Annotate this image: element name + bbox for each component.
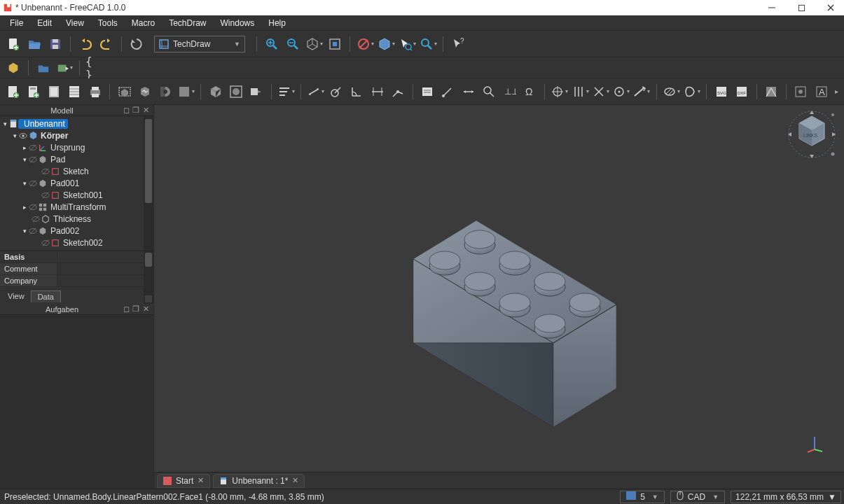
make-link-button[interactable] [4, 59, 22, 77]
redraw-page-button[interactable] [46, 83, 63, 101]
centerline-button[interactable]: ▾ [571, 83, 588, 101]
export-dxf-button[interactable]: DXF [733, 83, 750, 101]
props-row-company[interactable]: Company [0, 275, 153, 287]
hole-callout-button[interactable] [792, 83, 810, 101]
eye-off-icon[interactable] [41, 238, 50, 248]
panel-close-button[interactable]: ✕ [141, 106, 151, 115]
props-tab-data[interactable]: Data [31, 290, 61, 302]
tree-item-pad001[interactable]: ▾ Pad001 [0, 177, 153, 189]
tree-item-sketch001[interactable]: Sketch001 [0, 189, 153, 201]
new-file-button[interactable] [4, 35, 22, 53]
tree-doc-node[interactable]: ▾ Unbenannt [0, 118, 153, 130]
tree-scrollbar[interactable] [144, 116, 153, 251]
dim-link-button[interactable] [459, 83, 477, 101]
annotation-button[interactable] [419, 83, 436, 101]
geom-hatch-button[interactable]: ▾ [683, 83, 700, 101]
refresh-button[interactable] [127, 35, 146, 53]
tree-item-thickness[interactable]: Thickness [0, 213, 153, 225]
menu-macro[interactable]: Macro [125, 17, 162, 29]
cosmetic-vertex-button[interactable]: ▾ [551, 83, 568, 101]
doc-tab-start[interactable]: Start ✕ [157, 474, 210, 488]
menu-view[interactable]: View [59, 17, 91, 29]
hatch-button[interactable]: ▾ [662, 83, 679, 101]
cosmetic-line-button[interactable]: ▾ [592, 83, 609, 101]
maximize-button[interactable] [796, 3, 806, 13]
fit-view-button[interactable] [326, 35, 344, 53]
tree-item-sketch002[interactable]: Sketch002 [0, 237, 153, 248]
tree-body-node[interactable]: ▾ Körper [0, 130, 153, 141]
eye-off-icon[interactable] [28, 178, 38, 188]
surface-finish-button[interactable] [762, 83, 780, 101]
length-dim-button[interactable]: ▾ [307, 83, 324, 101]
menu-file[interactable]: File [3, 17, 30, 29]
eye-off-icon[interactable] [28, 155, 38, 164]
eye-icon[interactable] [18, 131, 28, 141]
export-page-button[interactable] [66, 83, 83, 101]
weld-symbol-button[interactable]: A [812, 83, 830, 101]
bounding-box-button[interactable]: ▾ [377, 35, 395, 53]
whats-this-button[interactable]: ? [449, 35, 467, 53]
tree-item-pad002[interactable]: ▾ Pad002 [0, 225, 153, 237]
panel-float-button[interactable]: ◻ [121, 106, 131, 115]
nav-style-select[interactable]: CAD ▼ [670, 491, 725, 503]
minimize-button[interactable] [767, 3, 777, 13]
close-button[interactable] [826, 3, 836, 13]
tree-item-pad[interactable]: ▾ Pad [0, 153, 153, 165]
detail-view-button[interactable]: ▾ [177, 83, 195, 101]
move-view-button[interactable] [248, 83, 265, 101]
extent-dim-button[interactable] [368, 83, 386, 101]
menu-help[interactable]: Help [261, 17, 293, 29]
props-scrollbar[interactable] [144, 251, 153, 304]
tree-item-sketch[interactable]: Sketch [0, 165, 153, 177]
leader-line-button[interactable] [439, 83, 457, 101]
doc-tab-unbenannt[interactable]: Unbenannt : 1* ✕ [213, 474, 305, 488]
view-iso-button[interactable]: ▾ [305, 35, 323, 53]
axo-dim-button[interactable] [389, 83, 406, 101]
new-page-button[interactable] [4, 83, 22, 101]
decorate-line-button[interactable]: ▾ [632, 83, 650, 101]
insert-view-button[interactable] [116, 83, 133, 101]
zoom-out-button[interactable] [284, 35, 302, 53]
tree-item-ursprung[interactable]: ▸ Ursprung [0, 141, 153, 153]
cosmetic-circle-button[interactable]: ▾ [612, 83, 630, 101]
landmark-dim-button[interactable]: ⊥⊥ [501, 83, 518, 101]
eye-off-icon[interactable] [31, 214, 41, 224]
eye-off-icon[interactable] [41, 167, 50, 176]
save-button[interactable] [46, 35, 64, 53]
render-mode-select[interactable]: 5 ▼ [620, 491, 665, 503]
menu-windows[interactable]: Windows [214, 17, 262, 29]
panel-undock-button[interactable]: ❐ [131, 304, 141, 314]
panel-float-button[interactable]: ◻ [121, 304, 131, 314]
measure-button[interactable]: ▾ [419, 35, 437, 53]
print-button[interactable] [86, 83, 104, 101]
eye-off-icon[interactable] [41, 190, 50, 200]
3d-viewport[interactable]: LINKS Start ✕ [154, 105, 844, 489]
page-template-button[interactable] [25, 83, 42, 101]
draw-style-button[interactable]: ▾ [356, 35, 374, 53]
link-group-button[interactable]: ▾ [55, 59, 74, 77]
eye-off-icon[interactable] [28, 226, 38, 236]
broken-view-button[interactable] [137, 83, 154, 101]
export-svg-button[interactable]: SVG [712, 83, 730, 101]
eye-off-icon[interactable] [28, 202, 38, 212]
stack-top-button[interactable]: ▾ [277, 83, 295, 101]
zoom-in-button[interactable] [263, 35, 281, 53]
close-icon[interactable]: ✕ [198, 476, 204, 485]
props-tab-view[interactable]: View [1, 290, 31, 302]
angle-dim-button[interactable] [348, 83, 366, 101]
toolbar-overflow-button[interactable]: ▸ [833, 83, 840, 101]
menu-techdraw[interactable]: TechDraw [162, 17, 213, 29]
eye-off-icon[interactable] [28, 143, 38, 153]
radius-dim-button[interactable] [328, 83, 345, 101]
redo-button[interactable] [97, 35, 116, 53]
panel-undock-button[interactable]: ❐ [131, 106, 141, 115]
balloon-button[interactable] [480, 83, 497, 101]
close-icon[interactable]: ✕ [292, 476, 298, 485]
menu-tools[interactable]: Tools [91, 17, 125, 29]
braces-button[interactable]: { } [85, 59, 104, 77]
select-mode-button[interactable]: ▾ [398, 35, 416, 53]
model-tree[interactable]: ▾ Unbenannt ▾ Körper ▸ Ursprung [0, 116, 153, 251]
special-char-button[interactable]: Ω [521, 83, 539, 101]
navigation-cube[interactable]: LINKS [787, 109, 837, 160]
props-row-comment[interactable]: Comment [0, 263, 153, 275]
